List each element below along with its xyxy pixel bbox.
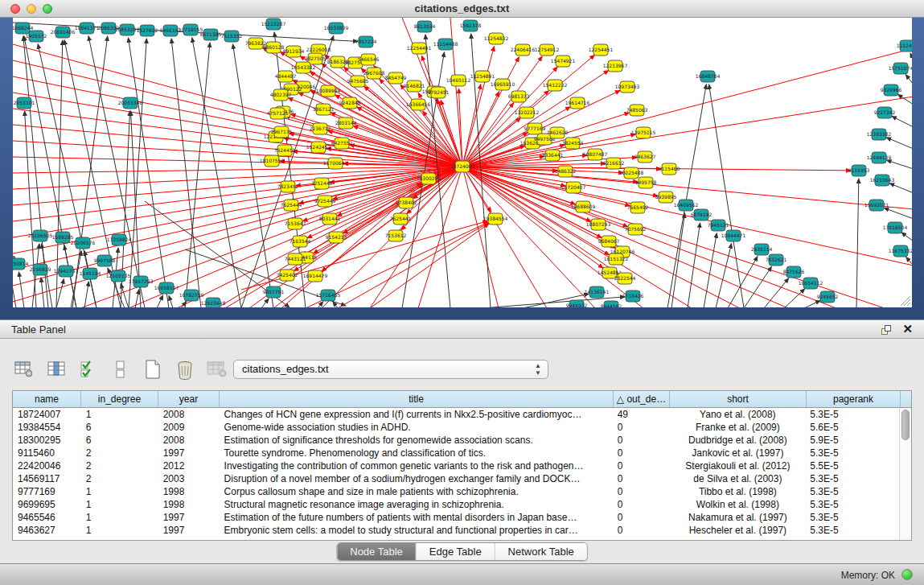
graph-node[interactable]: 2803144 bbox=[335, 117, 357, 129]
table-cell[interactable]: 0 bbox=[613, 485, 669, 498]
table-cell[interactable]: 1 bbox=[81, 498, 158, 511]
graph-node[interactable]: 7963822 bbox=[245, 38, 267, 49]
graph-node[interactable]: 7632621 bbox=[766, 254, 787, 266]
graph-node[interactable]: 8813034 bbox=[414, 21, 436, 32]
graph-node[interactable]: 19841371 bbox=[75, 23, 100, 34]
graph-node[interactable]: 7153647 bbox=[285, 218, 306, 229]
table-cell[interactable]: 5.3E-5 bbox=[805, 524, 899, 537]
graph-node[interactable]: 8860128 bbox=[263, 42, 285, 53]
graph-node[interactable]: 12254491 bbox=[407, 43, 432, 54]
graph-node[interactable]: 16033809 bbox=[324, 23, 349, 34]
graph-node[interactable]: 7075692 bbox=[625, 224, 647, 235]
graph-node[interactable]: 8186328 bbox=[327, 56, 349, 68]
table-cell[interactable]: 0 bbox=[613, 498, 669, 511]
table-cell[interactable]: Investigating the contribution of common… bbox=[220, 459, 613, 472]
column-header-year[interactable]: year bbox=[158, 391, 220, 407]
table-cell[interactable]: 5.3E-5 bbox=[805, 408, 899, 421]
graph-node[interactable]: 10465112 bbox=[446, 75, 471, 86]
table-cell[interactable]: 5.3E-5 bbox=[805, 511, 899, 524]
tab-node-table[interactable]: Node Table bbox=[337, 543, 417, 560]
table-cell[interactable]: 9699695 bbox=[13, 498, 81, 511]
table-row[interactable]: 2242004622012Investigating the contribut… bbox=[13, 459, 899, 472]
table-cell[interactable]: 0 bbox=[613, 472, 669, 485]
graph-node[interactable]: 8350814 bbox=[13, 258, 29, 270]
table-cell[interactable]: 2009 bbox=[158, 421, 220, 434]
import-table-icon[interactable] bbox=[206, 358, 228, 381]
graph-node[interactable]: 9463627 bbox=[634, 151, 656, 163]
table-cell[interactable]: 9463627 bbox=[13, 524, 81, 537]
graph-node[interactable]: 10807487 bbox=[583, 149, 608, 160]
table-cell[interactable]: 22420046 bbox=[13, 459, 81, 472]
table-cell[interactable]: 5.3E-5 bbox=[805, 447, 899, 459]
resize-grip-icon[interactable] bbox=[901, 296, 910, 306]
graph-node[interactable]: 15474921 bbox=[551, 56, 576, 67]
table-scrollbar[interactable] bbox=[899, 408, 911, 540]
table-cell[interactable]: 1997 bbox=[158, 524, 220, 537]
graph-node[interactable]: 9146821 bbox=[404, 80, 425, 92]
table-row[interactable]: 1456911722003Disruption of a novel membe… bbox=[13, 472, 899, 485]
table-row[interactable]: 1938455462009Genome-wide association stu… bbox=[13, 421, 899, 434]
graph-node[interactable]: 11675332 bbox=[889, 245, 912, 257]
close-panel-icon[interactable]: ✕ bbox=[902, 322, 913, 336]
table-cell[interactable]: 2 bbox=[81, 447, 158, 459]
graph-node[interactable]: 9329966 bbox=[881, 84, 902, 96]
graph-node[interactable]: 17359924 bbox=[107, 234, 132, 245]
graph-node[interactable]: 16409562 bbox=[674, 200, 699, 211]
graph-node[interactable]: 10654112 bbox=[799, 278, 823, 289]
graph-node[interactable]: 9115953 bbox=[848, 165, 870, 176]
graph-node[interactable]: 1145194 bbox=[80, 268, 101, 279]
show-column-icon[interactable] bbox=[45, 358, 68, 381]
graph-node[interactable]: 1589285 bbox=[52, 232, 74, 243]
graph-node[interactable]: 2522544 bbox=[614, 273, 636, 284]
graph-node[interactable]: 2935114 bbox=[751, 244, 773, 255]
graph-node[interactable]: 10853287 bbox=[115, 24, 140, 35]
table-cell[interactable]: 5.5E-5 bbox=[805, 459, 899, 472]
table-cell[interactable]: de Silva et al. (2003) bbox=[669, 472, 806, 485]
column-header-in_degree[interactable]: in_degree bbox=[81, 391, 158, 407]
table-cell[interactable]: 14569117 bbox=[13, 472, 81, 485]
table-cell[interactable]: Wolkin et al. (1998) bbox=[669, 498, 806, 511]
graph-node[interactable]: 2236712 bbox=[310, 123, 331, 134]
table-row[interactable]: 946362711997Embryonic stem cells: a mode… bbox=[13, 524, 899, 537]
graph-node[interactable]: 8031441 bbox=[319, 213, 341, 225]
table-cell[interactable]: Genome-wide association studies in ADHD. bbox=[220, 421, 613, 434]
table-cell[interactable]: 9115460 bbox=[13, 447, 81, 459]
graph-node[interactable]: 12213967 bbox=[603, 60, 628, 72]
table-cell[interactable]: 5.9E-5 bbox=[805, 434, 899, 447]
table-cell[interactable]: 6 bbox=[81, 434, 158, 447]
table-cell[interactable]: Estimation of significance thresholds fo… bbox=[220, 434, 613, 447]
table-cell[interactable]: Yano et al. (2008) bbox=[669, 408, 806, 421]
column-header-out_de[interactable]: △ out_de… bbox=[614, 391, 670, 407]
table-cell[interactable]: 0 bbox=[613, 447, 669, 459]
table-cell[interactable]: 5.6E-5 bbox=[805, 421, 899, 434]
column-header-pagerank[interactable]: pagerank bbox=[807, 391, 901, 407]
table-cell[interactable]: 2003 bbox=[158, 472, 220, 485]
column-header-short[interactable]: short bbox=[670, 391, 807, 407]
table-row[interactable]: 977716911998Corpus callosum shape and si… bbox=[13, 485, 899, 498]
graph-node[interactable]: 8944562 bbox=[601, 301, 622, 307]
table-cell[interactable]: Nakamura et al. (1997) bbox=[669, 511, 806, 524]
scrollbar-thumb[interactable] bbox=[901, 410, 910, 440]
graph-node[interactable]: 10719155 bbox=[179, 24, 203, 35]
table-cell[interactable]: 2 bbox=[81, 472, 158, 485]
graph-node[interactable]: 12754912 bbox=[535, 44, 560, 56]
table-cell[interactable]: Corpus callosum shape and size in male p… bbox=[220, 485, 613, 498]
graph-node[interactable]: 16965910 bbox=[491, 79, 515, 90]
table-cell[interactable]: 1 bbox=[81, 485, 158, 498]
graph-node[interactable]: 14136141 bbox=[585, 286, 610, 298]
table-cell[interactable]: 2 bbox=[81, 459, 158, 472]
graph-node[interactable]: 16848784 bbox=[696, 71, 721, 82]
graph-node[interactable]: 2156819 bbox=[30, 264, 51, 275]
table-cell[interactable]: 0 bbox=[613, 511, 669, 524]
table-settings-icon[interactable] bbox=[13, 358, 35, 381]
table-cell[interactable]: 0 bbox=[613, 524, 669, 537]
table-cell[interactable]: 5.3E-5 bbox=[805, 472, 899, 485]
new-table-icon[interactable] bbox=[142, 358, 164, 381]
graph-node[interactable]: 12923448 bbox=[201, 298, 226, 307]
table-cell[interactable]: 6 bbox=[81, 421, 158, 434]
delete-table-icon[interactable] bbox=[174, 358, 196, 381]
graph-node[interactable]: 12254451 bbox=[589, 44, 614, 56]
graph-node[interactable]: 1592378 bbox=[460, 20, 482, 31]
graph-node[interactable]: 12444139 bbox=[867, 152, 892, 163]
table-cell[interactable]: Dudbridge et al. (2008) bbox=[669, 434, 806, 447]
